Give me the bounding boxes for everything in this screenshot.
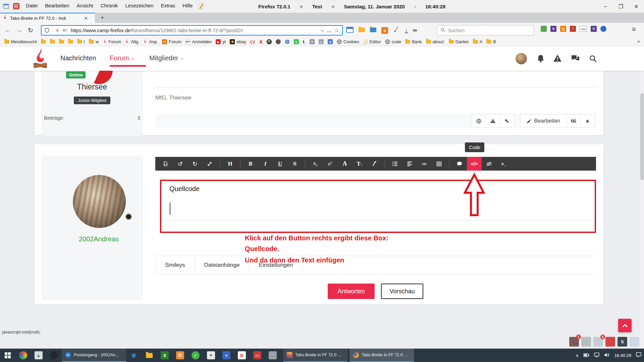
taskbar-mouse-icon[interactable]: ⌖ <box>203 349 219 362</box>
menu-bearbeiten[interactable]: Bearbeiten <box>41 3 73 10</box>
download-icon[interactable]: ↓ <box>405 27 408 33</box>
subscript-icon[interactable]: x2 <box>308 157 323 171</box>
bookmark-item[interactable]: X <box>258 38 264 45</box>
extension-v2-icon[interactable]: V <box>591 26 597 32</box>
forward-icon[interactable]: → <box>13 26 25 34</box>
menu-hamburger-icon[interactable]: ≡ <box>632 25 636 33</box>
back-icon[interactable]: ← <box>2 26 13 34</box>
quote-bubble-icon[interactable] <box>452 157 467 171</box>
tab-dateianhaenge[interactable]: Dateianhänge <box>195 256 250 275</box>
menu-hilfe[interactable]: Hilfe <box>179 3 196 10</box>
menu-datei[interactable]: Datei <box>22 3 41 10</box>
bookmark-item[interactable]: Cookies <box>335 39 361 45</box>
maximize-button[interactable]: ❐ <box>613 0 629 13</box>
bookmark-item[interactable] <box>274 39 282 45</box>
taskbar-capture-icon[interactable] <box>265 349 280 362</box>
tray-document-icon[interactable] <box>630 337 639 347</box>
post-globe-button[interactable] <box>472 114 486 128</box>
taskbar-photos-icon[interactable]: ▲ <box>31 349 46 362</box>
nav-mitglieder[interactable]: Mitglieder <box>149 54 183 62</box>
user-avatar[interactable] <box>516 53 527 64</box>
sync-tabs-icon[interactable]: ∞ <box>413 27 417 34</box>
bookmark-item[interactable]: Bank <box>404 39 424 45</box>
session-manager-icon[interactable]: ★ <box>3 3 10 11</box>
minimize-button[interactable]: – <box>598 0 613 13</box>
undo-icon[interactable]: ↺ <box>173 157 187 171</box>
network-icon[interactable] <box>594 353 599 358</box>
bookmark-item[interactable] <box>283 39 291 45</box>
bookmark-item[interactable]: Forum <box>101 39 123 45</box>
quote-button[interactable]: 66 <box>566 114 581 128</box>
bookmark-star-icon[interactable]: ☆ <box>334 27 339 34</box>
andreas-cat-avatar[interactable] <box>73 175 126 228</box>
notifications-bell-icon[interactable] <box>537 54 545 64</box>
start-button[interactable] <box>0 349 15 362</box>
tray-s-icon[interactable]: S <box>618 337 627 347</box>
preview-button[interactable]: Vorschau <box>381 284 423 299</box>
spoiler-eye-icon[interactable] <box>482 157 496 171</box>
superscript-icon[interactable]: x2 <box>323 157 337 171</box>
extension-q-icon[interactable]: Q <box>560 26 566 32</box>
taskbar-player-icon[interactable]: ▭ <box>250 349 265 362</box>
bookmark-item[interactable]: ▴ <box>317 39 325 45</box>
font-size-icon[interactable]: T↕ <box>352 157 367 171</box>
browser-tab[interactable]: Tabs-Breite in FF 72.0 - Indi ✕ <box>0 13 95 23</box>
menu-ansicht[interactable]: Ansicht <box>73 3 97 10</box>
page-scrollbar[interactable] <box>640 46 644 349</box>
extension-v-icon[interactable]: V <box>550 26 556 32</box>
tracking-shield-icon[interactable] <box>44 27 50 33</box>
bookmark-item[interactable]: Meistbesucht <box>3 39 39 45</box>
bookmark-item[interactable]: ebay <box>228 39 248 45</box>
url-text[interactable]: https://www.camp-firefox.de/forum/thema/… <box>71 28 319 33</box>
tab-smileys[interactable]: Smileys <box>155 256 195 275</box>
bookmark-item[interactable] <box>48 39 57 44</box>
bookmark-item[interactable]: Garten <box>447 39 471 45</box>
volume-icon[interactable] <box>604 353 609 358</box>
taskbar-explorer-icon[interactable] <box>142 349 157 362</box>
header-search-icon[interactable] <box>589 55 597 64</box>
editor-author-name[interactable]: 2002Andreas <box>48 235 150 243</box>
remove-format-icon[interactable] <box>367 157 382 171</box>
action-center-icon[interactable] <box>636 352 641 358</box>
scrollbar-thumb[interactable] <box>640 93 644 180</box>
link-icon[interactable] <box>417 157 432 171</box>
notes-icon[interactable] <box>198 3 204 10</box>
taskbar-pinwheel-icon[interactable] <box>15 349 31 362</box>
align-icon[interactable] <box>402 157 417 171</box>
post-author-name[interactable]: Thiersee <box>41 82 143 92</box>
bookmark-item[interactable]: ≣ <box>326 39 334 45</box>
tray-icon-3[interactable]: 5 <box>593 337 603 347</box>
tab-einstellungen[interactable]: Einstellungen <box>249 256 303 275</box>
edit-button[interactable]: Bearbeiten <box>520 114 567 128</box>
taskbar-book-icon[interactable]: ≡ <box>219 349 234 362</box>
bookmark-item[interactable]: ⚄ <box>308 39 316 45</box>
taskbar-clock[interactable]: 16:40:29 <box>614 353 631 358</box>
close-button[interactable]: ✕ <box>629 0 644 13</box>
moderation-hammer-button[interactable] <box>500 114 514 128</box>
taskbar-dark-app-icon[interactable] <box>46 349 62 362</box>
nav-nachrichten[interactable]: Nachrichten <box>60 54 96 62</box>
tray-expand-chevron-icon[interactable]: ∧ <box>576 353 579 358</box>
sidebar-addon-icon[interactable] <box>346 26 354 35</box>
underline-icon[interactable]: U <box>273 157 287 171</box>
bookmark-item[interactable]: about: <box>424 39 446 45</box>
url-bar[interactable]: https://www.camp-firefox.de/forum/thema/… <box>41 25 343 36</box>
heading-icon[interactable]: H <box>223 157 237 171</box>
bookmark-item[interactable] <box>39 39 48 44</box>
extension-green-icon[interactable] <box>541 26 547 32</box>
extension-brush-icon[interactable]: / <box>570 26 576 32</box>
table-addon-icon[interactable] <box>13 3 20 11</box>
bookmark-item[interactable]: code <box>383 39 403 45</box>
extension-sync-icon[interactable] <box>600 26 606 32</box>
paintbrush-icon[interactable] <box>393 26 400 35</box>
page-actions-icon[interactable]: … <box>327 28 332 33</box>
nav-forum[interactable]: Forum <box>110 54 134 62</box>
permissions-icon[interactable] <box>62 28 68 33</box>
bookmark-item[interactable] <box>66 39 75 44</box>
campfire-logo[interactable] <box>32 49 49 70</box>
taskbar-antivirus-icon[interactable]: ✓ <box>188 349 203 362</box>
library-icon[interactable] <box>359 27 365 34</box>
table-icon[interactable] <box>432 157 446 171</box>
reply-button[interactable]: Antworten <box>328 284 375 299</box>
menu-chronik[interactable]: Chronik <box>97 3 122 10</box>
